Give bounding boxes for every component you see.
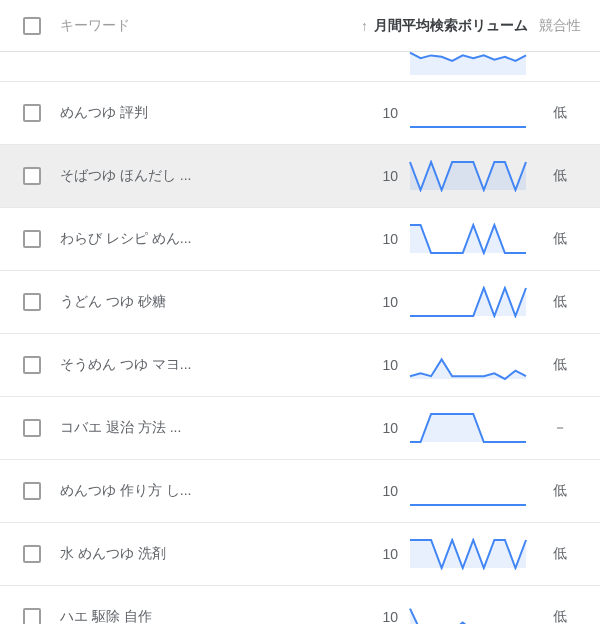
row-checkbox-cell (8, 545, 56, 563)
row-checkbox-cell (8, 167, 56, 185)
competition-cell: 低 (528, 104, 592, 122)
volume-value: 10 (374, 294, 398, 310)
competition-cell: 低 (528, 293, 592, 311)
competition-cell: 低 (528, 608, 592, 624)
keyword-cell[interactable]: ハエ 駆除 自作 (56, 608, 318, 624)
row-checkbox[interactable] (23, 482, 41, 500)
keyword-cell[interactable]: そばつゆ ほんだし ... (56, 167, 318, 185)
select-all-checkbox[interactable] (23, 17, 41, 35)
keyword-cell[interactable]: うどん つゆ 砂糖 (56, 293, 318, 311)
table-row[interactable]: コバエ 退治 方法 ... 10 － (0, 397, 600, 460)
keyword-cell[interactable]: 水 めんつゆ 洗剤 (56, 545, 318, 563)
row-checkbox[interactable] (23, 419, 41, 437)
table-row[interactable]: めんつゆ 評判 10 低 (0, 82, 600, 145)
sparkline (408, 412, 528, 444)
keyword-table: キーワード ↑ 月間平均検索ボリューム 競合性 めんつゆ 評判 10 低 そばつ… (0, 0, 600, 624)
row-checkbox[interactable] (23, 356, 41, 374)
sort-ascending-icon: ↑ (361, 18, 368, 34)
sparkline (408, 286, 528, 318)
volume-cell: 10 (318, 286, 528, 318)
competition-cell: 低 (528, 230, 592, 248)
competition-cell: 低 (528, 482, 592, 500)
table-row[interactable]: そうめん つゆ マヨ... 10 低 (0, 334, 600, 397)
volume-cell: 10 (318, 223, 528, 255)
row-checkbox[interactable] (23, 608, 41, 624)
table-row[interactable]: 水 めんつゆ 洗剤 10 低 (0, 523, 600, 586)
keyword-cell[interactable]: めんつゆ 評判 (56, 104, 318, 122)
sparkline (408, 223, 528, 255)
table-row-partial (0, 52, 600, 82)
sparkline (408, 160, 528, 192)
volume-value: 10 (374, 357, 398, 373)
table-row[interactable]: うどん つゆ 砂糖 10 低 (0, 271, 600, 334)
row-checkbox[interactable] (23, 230, 41, 248)
header-volume[interactable]: ↑ 月間平均検索ボリューム (318, 17, 528, 35)
row-checkbox-cell (8, 230, 56, 248)
row-checkbox[interactable] (23, 545, 41, 563)
header-checkbox-cell (8, 17, 56, 35)
row-checkbox[interactable] (23, 104, 41, 122)
table-row[interactable]: ハエ 駆除 自作 10 低 (0, 586, 600, 624)
row-checkbox-cell (8, 419, 56, 437)
volume-cell: 10 (318, 349, 528, 381)
row-checkbox-cell (8, 482, 56, 500)
volume-value: 10 (374, 105, 398, 121)
keyword-cell[interactable]: そうめん つゆ マヨ... (56, 356, 318, 374)
competition-cell: 低 (528, 167, 592, 185)
header-keyword[interactable]: キーワード (56, 17, 318, 35)
keyword-cell[interactable]: めんつゆ 作り方 し... (56, 482, 318, 500)
volume-value: 10 (374, 609, 398, 624)
table-row[interactable]: そばつゆ ほんだし ... 10 低 (0, 145, 600, 208)
row-checkbox-cell (8, 104, 56, 122)
header-competition[interactable]: 競合性 (528, 17, 592, 35)
sparkline (408, 601, 528, 624)
volume-value: 10 (374, 420, 398, 436)
volume-cell: 10 (318, 97, 528, 129)
row-checkbox-cell (8, 293, 56, 311)
volume-value: 10 (374, 168, 398, 184)
row-checkbox-cell (8, 356, 56, 374)
volume-cell: 10 (318, 475, 528, 507)
keyword-cell[interactable]: コバエ 退治 方法 ... (56, 419, 318, 437)
row-checkbox[interactable] (23, 167, 41, 185)
sparkline (408, 475, 528, 507)
sparkline (408, 97, 528, 129)
volume-value: 10 (374, 483, 398, 499)
row-checkbox-cell (8, 608, 56, 624)
competition-cell: － (528, 419, 592, 437)
volume-value: 10 (374, 546, 398, 562)
competition-cell: 低 (528, 356, 592, 374)
header-volume-label: 月間平均検索ボリューム (374, 17, 528, 35)
volume-cell: 10 (318, 601, 528, 624)
table-row[interactable]: めんつゆ 作り方 し... 10 低 (0, 460, 600, 523)
volume-value: 10 (374, 231, 398, 247)
competition-cell: 低 (528, 545, 592, 563)
keyword-cell[interactable]: わらび レシピ めん... (56, 230, 318, 248)
sparkline (408, 349, 528, 381)
volume-cell: 10 (318, 412, 528, 444)
volume-cell: 10 (318, 538, 528, 570)
sparkline (408, 45, 528, 77)
row-checkbox[interactable] (23, 293, 41, 311)
sparkline (408, 538, 528, 570)
volume-cell: 10 (318, 160, 528, 192)
table-row[interactable]: わらび レシピ めん... 10 低 (0, 208, 600, 271)
